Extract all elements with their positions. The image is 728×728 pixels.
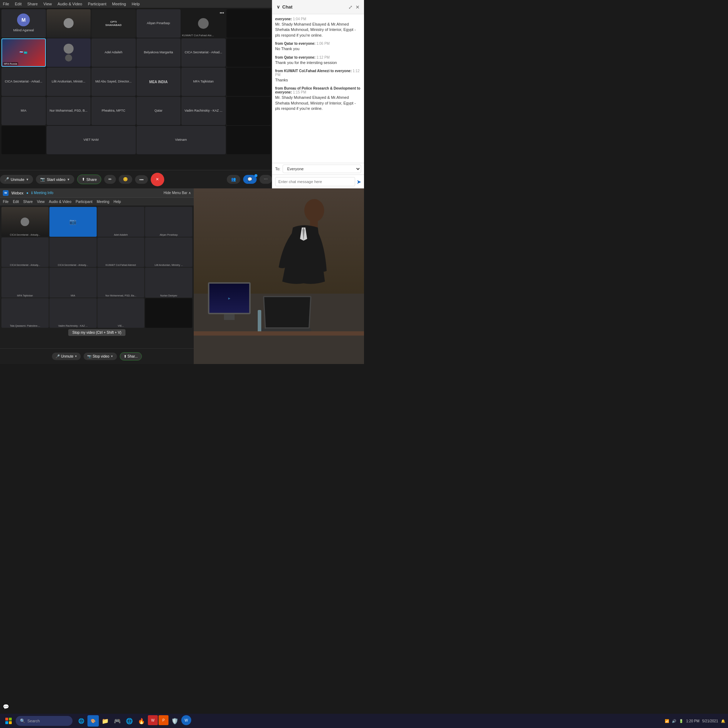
mini-stop-video-button[interactable]: 📷 Stop video ▼ (84, 353, 116, 360)
more-options-icon[interactable]: ••• (220, 11, 224, 16)
chat-input-bar: ➤ (272, 174, 364, 188)
end-call-button[interactable]: ✕ (151, 173, 164, 186)
share-button[interactable]: ⬆ Share (77, 174, 101, 184)
bmenu-edit[interactable]: Edit (13, 200, 19, 204)
mini-tile-11[interactable]: Nurlan Daniyev (145, 268, 192, 298)
menu-participant[interactable]: Participant (88, 2, 106, 6)
menu-edit[interactable]: Edit (15, 2, 22, 6)
mini-unmute-label: Unmute (61, 355, 73, 358)
reactions-icon: 😊 (123, 177, 128, 182)
mini-tile-10[interactable]: Nur Mohammad, PSD, Ba... (97, 268, 145, 298)
tile-person2[interactable] (47, 38, 91, 67)
menu-share[interactable]: Share (28, 2, 38, 6)
tile-viet-nam[interactable]: VIET NAM (47, 126, 136, 154)
chat-msg-2-header: from Qatar to everyone: 1:06 PM (275, 41, 361, 46)
apps-button[interactable]: ⋯ (260, 175, 272, 184)
mini-tile-4[interactable]: CICA Secretariat - Arkady... (2, 237, 49, 267)
unmute-button[interactable]: 🎤 Unmute ▼ (0, 175, 33, 184)
bmenu-help[interactable]: Help (114, 200, 121, 204)
tile-vietnam-label: Vietnam (174, 137, 188, 143)
tile-mfa-russia[interactable]: 🇷🇺 🇰🇿 MFA Russia (2, 38, 46, 67)
tile-mfa-tajikistan[interactable]: MFA Tajikistan (181, 67, 226, 96)
tile-belyakova[interactable]: Belyakova Margarita (136, 38, 181, 67)
tile-qatar[interactable]: Qatar (136, 97, 181, 125)
share-label: Share (86, 177, 97, 182)
mini-tile-9[interactable]: MIA (49, 268, 97, 298)
meeting-toolbar: 🎤 Unmute ▼ 📷 Start video ▼ ⬆ Share ✏ 😊 •… (0, 170, 272, 188)
mini-tile-7[interactable]: Lilit Arutiunian, Ministry ... (145, 237, 192, 267)
tile-vadim[interactable]: Vadim Rachinskiy - KAZ ... (181, 97, 226, 125)
mini-tile-5-name: CICA Secretariat - Arkady... (50, 264, 96, 266)
annotation-button[interactable]: ✏ (104, 175, 116, 184)
mini-stop-video-label: Stop video (92, 355, 109, 358)
mini-unmute-caret[interactable]: ▼ (75, 355, 78, 358)
mini-video-caret[interactable]: ▼ (110, 355, 113, 358)
reactions-button[interactable]: 😊 (119, 175, 132, 184)
chat-msg-4-sender: from KUWAIT Col.Fahad Alenezi to everyon… (275, 69, 352, 73)
chat-msg-3-text: Thank you for the intersting session (275, 60, 361, 66)
mini-tile-3[interactable]: Alişan Pınarbaşı (145, 207, 192, 237)
mini-tile-0[interactable]: CICA Secretariat - Arkady... (2, 207, 49, 237)
chat-close-icon[interactable]: ✕ (355, 4, 360, 10)
tile-cica1[interactable]: CICA Secretariat - Arkad... (181, 38, 226, 67)
tile-cpti[interactable]: CPTISHAHABAD (91, 9, 136, 38)
tile-person1[interactable] (47, 9, 91, 38)
tile-mia[interactable]: MIA (2, 97, 46, 125)
tile-milind[interactable]: M Milind Agarwal (2, 9, 46, 38)
more-options-button[interactable]: ••• (135, 175, 148, 184)
bmenu-participant[interactable]: Participant (76, 200, 92, 204)
bmenu-view[interactable]: View (37, 200, 45, 204)
mini-share-button[interactable]: ⬆ Shar... (120, 352, 142, 361)
tile-kuwait[interactable]: KUWAIT Col.Fahad Ale... ••• (181, 9, 226, 38)
tile-pheaktra[interactable]: Pheaktra, MPTC (91, 97, 136, 125)
participants-icon: 👥 (231, 177, 236, 182)
mini-tile-1[interactable]: 📷 (49, 207, 97, 237)
tile-md-abu[interactable]: Md Abu Sayed, Director... (91, 67, 136, 96)
chat-popout-icon[interactable]: ⤢ (348, 4, 353, 10)
tile-lilit[interactable]: Lilit Arutiunian, Ministr... (47, 67, 91, 96)
menu-audio-video[interactable]: Audio & Video (58, 2, 83, 6)
mini-tile-14[interactable]: VIE... (97, 298, 145, 328)
menu-file[interactable]: File (3, 2, 9, 6)
chat-input[interactable] (275, 177, 355, 186)
hide-menu-button[interactable]: Hide Menu Bar ∧ (164, 191, 191, 195)
bmenu-share[interactable]: Share (23, 200, 33, 204)
chat-to-select[interactable]: Everyone (283, 165, 361, 173)
chat-send-button[interactable]: ➤ (356, 179, 361, 185)
meeting-info-label: Meeting Info (34, 191, 54, 195)
tile-qatar-label: Qatar (153, 108, 164, 114)
bmenu-audio-video[interactable]: Audio & Video (49, 200, 72, 204)
chat-msg-5-header: from Bureau of Police Research & Develop… (275, 86, 361, 94)
tile-cica2[interactable]: CICA Secretariat - Arkad... (2, 67, 46, 96)
end-call-icon: ✕ (156, 177, 159, 182)
participants-button[interactable]: 👥 (227, 175, 240, 184)
person-silhouette (265, 189, 343, 331)
tile-kuwait-name: KUWAIT Col.Fahad Ale... (182, 34, 214, 37)
chat-collapse-icon[interactable]: ∨ (277, 4, 280, 9)
tile-adel[interactable]: Adel Adaileh (91, 38, 136, 67)
mini-tile-2[interactable]: Adel Adaileh (97, 207, 145, 237)
video-caret[interactable]: ▼ (67, 178, 70, 181)
mini-tile-6[interactable]: KUWAIT Col.Fahad Alenezi (97, 237, 145, 267)
menu-help[interactable]: Help (132, 2, 140, 6)
monitor: ▶ (208, 282, 251, 314)
mini-tile-12[interactable]: Tala Qawasmi- Palestine-... (2, 298, 49, 328)
tile-vietnam[interactable]: Vietnam (136, 126, 226, 154)
mini-tile-5[interactable]: CICA Secretariat - Arkady... (49, 237, 97, 267)
tile-mea-india[interactable]: MEA INDIA (136, 67, 181, 96)
tile-alishan[interactable]: Alişan Pınarbaşı (136, 9, 181, 38)
mini-mic-icon: 🎤 (55, 355, 60, 358)
unmute-caret[interactable]: ▼ (26, 178, 29, 181)
bmenu-meeting[interactable]: Meeting (97, 200, 110, 204)
menu-view[interactable]: View (43, 2, 52, 6)
mini-tile-8[interactable]: MFA Tajikistan (2, 268, 49, 298)
start-video-button[interactable]: 📷 Start video ▼ (36, 175, 74, 184)
meeting-info-button[interactable]: ℹ Meeting Info (31, 191, 54, 195)
mini-unmute-button[interactable]: 🎤 Unmute ▼ (52, 353, 81, 360)
mini-tile-12-name: Tala Qawasmi- Palestine-... (2, 324, 48, 327)
bmenu-file[interactable]: File (3, 200, 9, 204)
mini-tile-13[interactable]: Vadim Rachinskiy - KAZ ... (49, 298, 97, 328)
tile-nur[interactable]: Nur Mohammad, PSD, B... (47, 97, 91, 125)
menu-meeting[interactable]: Meeting (112, 2, 126, 6)
chat-button[interactable]: 💬 (243, 175, 257, 184)
